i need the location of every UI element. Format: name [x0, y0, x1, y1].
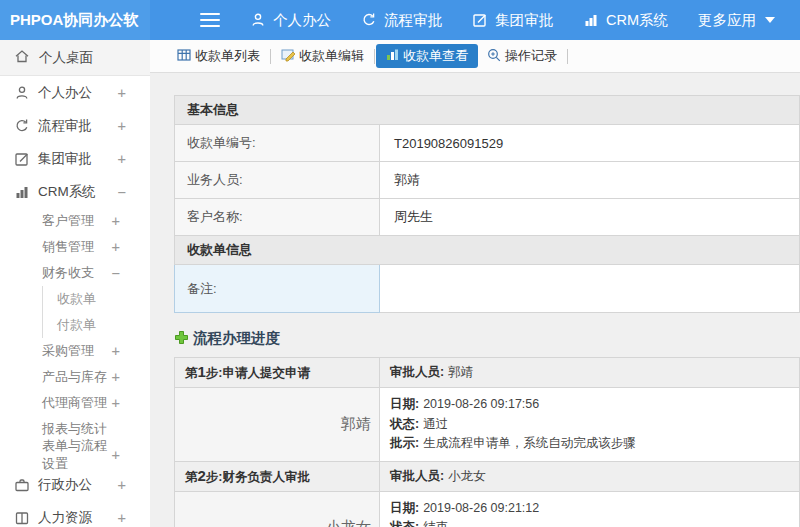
process-progress-heading: 流程办理进度 [174, 329, 800, 348]
expand-toggle[interactable]: + [118, 151, 126, 167]
edit-icon [14, 151, 30, 167]
nav-crm-system[interactable]: CRM系统 [583, 11, 668, 30]
sidebar-item-agent-management[interactable]: 代理商管理 + [0, 390, 150, 416]
step-header-row: 第2步:财务负责人审批 审批人员:小龙女 [175, 461, 800, 491]
heading-label: 流程办理进度 [193, 329, 280, 348]
tab-receipt-edit[interactable]: 收款单编辑 [272, 44, 373, 68]
tab-label: 收款单编辑 [299, 47, 364, 65]
sidebar-item-label: 客户管理 [42, 212, 94, 230]
sidebar-item-purchase-management[interactable]: 采购管理 + [0, 338, 150, 364]
tab-divider [270, 49, 271, 64]
bar-chart-icon [14, 184, 30, 200]
hamburger-menu-icon[interactable] [200, 9, 220, 31]
expand-toggle[interactable]: + [112, 213, 120, 229]
expand-toggle[interactable]: + [118, 477, 126, 493]
sidebar-item-human-resources[interactable]: 人力资源 + [0, 501, 150, 527]
table-row: 收款单编号: T20190826091529 [175, 125, 800, 162]
green-plus-icon [174, 330, 189, 348]
sidebar-item-label: 销售管理 [42, 238, 94, 256]
sidebar-item-label: 财务收支 [42, 264, 94, 282]
step-status-line: 状态:结束 [390, 518, 789, 527]
tab-label: 收款单查看 [403, 47, 468, 65]
field-value-customer-name: 周先生 [380, 199, 800, 236]
section-header-basic-info: 基本信息 [175, 96, 800, 125]
nav-more-apps[interactable]: 更多应用 [698, 11, 775, 30]
zoom-in-icon [487, 48, 501, 65]
sidebar: 个人桌面 个人办公 + 流程审批 + 集团审批 + [0, 40, 150, 527]
field-value-receipt-number: T20190826091529 [380, 125, 800, 162]
table-row: 客户名称: 周先生 [175, 199, 800, 236]
sidebar-item-label: 表单与流程设置 [42, 437, 112, 473]
sidebar-item-crm-system[interactable]: CRM系统 − [0, 175, 150, 208]
step-header-row: 第1步:申请人提交申请 审批人员:郭靖 [175, 358, 800, 388]
sidebar-item-products-inventory[interactable]: 产品与库存 + [0, 364, 150, 390]
section-title: 基本信息 [175, 96, 800, 125]
expand-toggle[interactable]: + [112, 369, 120, 385]
expand-toggle[interactable]: + [112, 447, 120, 463]
chevron-down-icon [765, 17, 775, 23]
step-title: 第2步:财务负责人审批 [175, 461, 380, 491]
sidebar-item-sales-management[interactable]: 销售管理 + [0, 234, 150, 260]
expand-toggle[interactable]: + [118, 85, 126, 101]
tab-label: 收款单列表 [195, 47, 260, 65]
step-date-line: 日期:2019-08-26 09:21:12 [390, 499, 789, 519]
sidebar-item-label: 行政办公 [38, 476, 92, 494]
nav-label: 流程审批 [384, 11, 442, 30]
main-panel: 收款单列表 收款单编辑 收款单查看 [150, 40, 800, 527]
step-detail: 日期:2019-08-26 09:21:12 状态:结束 批示:通过 [380, 491, 800, 527]
sidebar-item-label: 集团审批 [38, 150, 92, 168]
edit-doc-icon [281, 48, 295, 65]
tab-bar: 收款单列表 收款单编辑 收款单查看 [150, 40, 800, 73]
sidebar-item-customer-management[interactable]: 客户管理 + [0, 208, 150, 234]
sidebar-item-label: 代理商管理 [42, 394, 107, 412]
sidebar-item-label: 人力资源 [38, 509, 92, 527]
finance-submenu: 收款单 付款单 [42, 286, 150, 338]
book-icon [14, 510, 30, 526]
collapse-toggle[interactable]: − [112, 265, 120, 281]
expand-toggle[interactable]: + [112, 343, 120, 359]
sidebar-item-label: 个人桌面 [39, 49, 93, 67]
process-arrow-icon [14, 118, 30, 134]
tab-divider [374, 49, 375, 64]
step-detail-row: 郭靖 日期:2019-08-26 09:17:56 状态:通过 批示:生成流程申… [175, 388, 800, 462]
nav-process-approval[interactable]: 流程审批 [361, 11, 442, 30]
briefcase-icon [14, 477, 30, 493]
approver-signature: 郭靖 [175, 388, 380, 462]
sidebar-item-label: 收款单 [57, 290, 96, 308]
step-status-line: 状态:通过 [390, 415, 789, 435]
app-logo: PHPOA协同办公软件 [0, 0, 150, 40]
expand-toggle[interactable]: + [118, 510, 126, 526]
table-row: 业务人员: 郭靖 [175, 162, 800, 199]
field-label: 客户名称: [175, 199, 380, 236]
tab-receipt-view[interactable]: 收款单查看 [376, 44, 478, 68]
collapse-toggle[interactable]: − [118, 184, 126, 200]
step-detail: 日期:2019-08-26 09:17:56 状态:通过 批示:生成流程申请单，… [380, 388, 800, 462]
tab-receipt-list[interactable]: 收款单列表 [168, 44, 269, 68]
nav-label: 集团审批 [495, 11, 553, 30]
person-icon [14, 85, 30, 101]
nav-label: CRM系统 [606, 11, 668, 30]
process-steps-table: 第1步:申请人提交申请 审批人员:郭靖 郭靖 日期:2019-08-26 09:… [174, 357, 800, 527]
sidebar-item-receipt-form[interactable]: 收款单 [43, 286, 150, 312]
field-label-note: 备注: [175, 265, 380, 313]
sidebar-item-personal-desktop[interactable]: 个人桌面 [0, 40, 150, 76]
process-arrow-icon [361, 12, 377, 28]
approver-label: 审批人员: [390, 469, 444, 483]
sidebar-item-finance-income-expense[interactable]: 财务收支 − [0, 260, 150, 286]
nav-group-approval[interactable]: 集团审批 [472, 11, 553, 30]
tab-operation-log[interactable]: 操作记录 [478, 44, 566, 68]
home-icon [14, 48, 30, 67]
expand-toggle[interactable]: + [112, 395, 120, 411]
sidebar-item-label: 产品与库存 [42, 368, 107, 386]
sidebar-item-payment-form[interactable]: 付款单 [43, 312, 150, 338]
sidebar-item-process-approval[interactable]: 流程审批 + [0, 109, 150, 142]
expand-toggle[interactable]: + [118, 118, 126, 134]
approver-name: 郭靖 [448, 365, 473, 379]
nav-label: 个人办公 [273, 11, 331, 30]
approver-signature: 小龙女 [175, 491, 380, 527]
expand-toggle[interactable]: + [112, 239, 120, 255]
sidebar-item-personal-office[interactable]: 个人办公 + [0, 76, 150, 109]
sidebar-item-form-process-settings[interactable]: 表单与流程设置 + [0, 442, 150, 468]
sidebar-item-group-approval[interactable]: 集团审批 + [0, 142, 150, 175]
nav-personal-office[interactable]: 个人办公 [250, 11, 331, 30]
